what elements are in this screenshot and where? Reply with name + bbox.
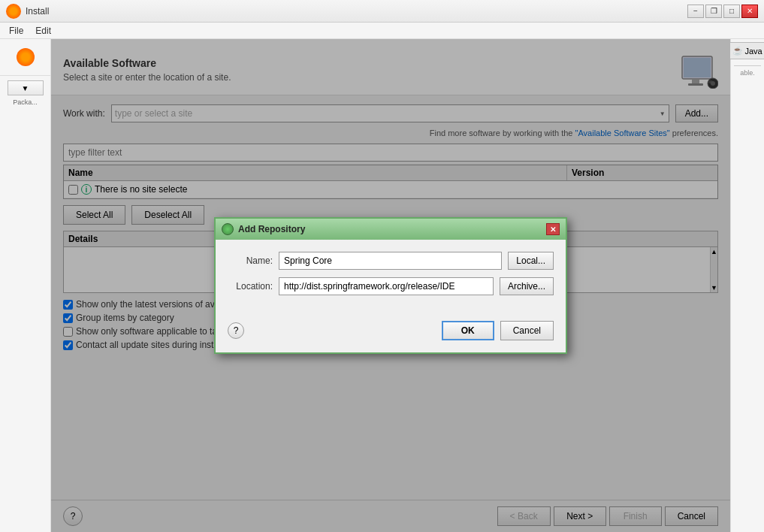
maximize-button[interactable]: ❐ [705, 5, 722, 18]
repo-cancel-button[interactable]: Cancel [500, 321, 554, 340]
repo-help-button[interactable]: ? [228, 322, 244, 339]
title-bar-left: Install [6, 4, 49, 19]
window-controls: − ❐ □ ✕ [687, 5, 758, 18]
repo-name-label: Name: [228, 255, 273, 266]
repo-name-input[interactable] [279, 252, 502, 270]
repo-archive-button[interactable]: Archive... [500, 277, 554, 295]
repo-name-row: Name: Local... [228, 252, 554, 270]
java-tab-label: Java [744, 47, 762, 56]
edit-menu[interactable]: Edit [29, 24, 57, 38]
file-menu[interactable]: File [3, 24, 29, 38]
repo-title-bar: Add Repository ✕ [216, 219, 566, 240]
repo-dialog-title: Add Repository [238, 224, 305, 234]
right-panel-text: able. [740, 69, 755, 77]
repo-location-row: Location: Archive... [228, 277, 554, 295]
app-icon [6, 4, 21, 19]
repo-dialog-icon [222, 223, 234, 235]
repo-dialog-body: Name: Local... Location: Archive... [216, 240, 566, 315]
main-layout: ▼ Java Packa... Available Software Selec… [0, 39, 764, 532]
modal-overlay: Add Repository ✕ Name: Local... Location… [51, 39, 730, 532]
sidebar-eclipse-icon [12, 44, 39, 71]
minimize-button[interactable]: − [687, 5, 704, 18]
add-repository-dialog: Add Repository ✕ Name: Local... Location… [214, 217, 567, 354]
content-area: Available Software Select a site or ente… [51, 39, 730, 532]
repo-ok-cancel-buttons: OK Cancel [442, 321, 554, 340]
right-panel: ☕ Java able. [730, 39, 764, 532]
restore-button[interactable]: □ [723, 5, 740, 18]
java-tab[interactable]: ☕ Java [727, 42, 764, 59]
repo-title-left: Add Repository [222, 223, 305, 235]
title-bar: Install − ❐ □ ✕ [0, 0, 764, 23]
repo-local-button[interactable]: Local... [508, 252, 554, 270]
pkg-label-sidebar: Packa... [11, 97, 39, 107]
sidebar: ▼ Java Packa... [0, 39, 51, 532]
repo-location-label: Location: [228, 281, 273, 292]
right-panel-divider [734, 65, 761, 66]
repo-ok-button[interactable]: OK [442, 321, 494, 340]
window-title: Install [26, 6, 49, 17]
repo-dialog-bottom: ? OK Cancel [216, 315, 566, 352]
repo-close-button[interactable]: ✕ [546, 223, 560, 235]
repo-location-input[interactable] [279, 277, 494, 295]
java-icon: ☕ [732, 46, 743, 56]
close-button[interactable]: ✕ [741, 5, 758, 18]
menu-bar: File Edit [0, 23, 764, 39]
sidebar-combo-btn[interactable]: ▼ [8, 80, 44, 95]
